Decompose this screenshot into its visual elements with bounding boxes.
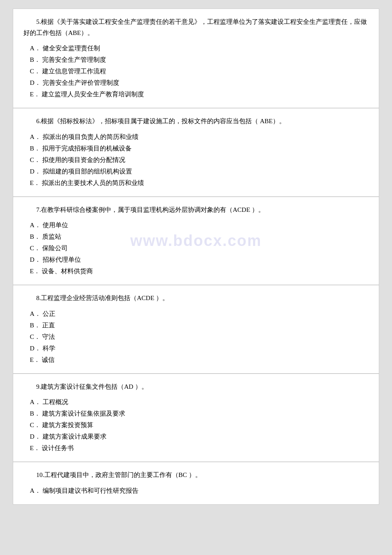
option-item-q6-3: D． 拟组建的项目部的组织机构设置 — [23, 166, 369, 177]
option-item-q6-0: A． 拟派出的项目负责人的简历和业绩 — [23, 131, 369, 143]
question-block-q6: 6.根据《招标投标法》，招标项目属于建设施工的，投标文件的内容应当包括（ ABE… — [13, 108, 379, 197]
question-block-q9: 9.建筑方案设计征集文件包括（AD ）。A． 工程概况B． 建筑方案设计征集依据… — [13, 374, 379, 462]
question-text-q10: 10.工程代建项目中，政府主管部门的主要工作有（BC ）。 — [23, 470, 369, 481]
options-q8: A． 公正B． 正直C． 守法D． 科学E． 诚信 — [23, 308, 369, 366]
question-block-q8: 8.工程监理企业经营活动准则包括（ACDE ）。A． 公正B． 正直C． 守法D… — [13, 285, 379, 374]
option-item-q9-1: B． 建筑方案设计征集依据及要求 — [23, 408, 369, 419]
options-q9: A． 工程概况B． 建筑方案设计征集依据及要求C． 建筑方案投资预算D． 建筑方… — [23, 396, 369, 454]
option-item-q5-1: B． 完善安全生产管理制度 — [23, 54, 369, 66]
option-item-q7-1: B． 质监站 — [23, 231, 369, 243]
option-item-q8-2: C． 守法 — [23, 331, 369, 343]
option-item-q9-0: A． 工程概况 — [23, 396, 369, 408]
question-block-q10: 10.工程代建项目中，政府主管部门的主要工作有（BC ）。A． 编制项目建议书和… — [13, 462, 379, 504]
option-item-q9-3: D． 建筑方案设计成果要求 — [23, 431, 369, 442]
page-container: 5.根据《关于落实建设工程安全生产监理责任的若干意见》，工程监理单位为了落实建设… — [13, 9, 379, 505]
options-q5: A． 健全安全监理责任制B． 完善安全生产管理制度C． 建立信息管理工作流程D．… — [23, 43, 369, 100]
question-text-q5: 5.根据《关于落实建设工程安全生产监理责任的若干意见》，工程监理单位为了落实建设… — [23, 17, 369, 38]
option-item-q7-2: C． 保险公司 — [23, 243, 369, 254]
option-item-q5-0: A． 健全安全监理责任制 — [23, 43, 369, 54]
option-item-q6-2: C． 拟使用的项目资金的分配情况 — [23, 154, 369, 166]
question-text-q9: 9.建筑方案设计征集文件包括（AD ）。 — [23, 382, 369, 393]
option-item-q8-1: B． 正直 — [23, 320, 369, 331]
option-item-q8-4: E． 诚信 — [23, 354, 369, 366]
option-item-q6-1: B． 拟用于完成招标项目的机械设备 — [23, 143, 369, 154]
options-q10: A． 编制项目建议书和可行性研究报告 — [23, 485, 369, 497]
option-item-q6-4: E． 拟派出的主要技术人员的简历和业绩 — [23, 177, 369, 189]
question-text-q8: 8.工程监理企业经营活动准则包括（ACDE ）。 — [23, 293, 369, 304]
option-item-q8-3: D． 科学 — [23, 343, 369, 354]
option-item-q5-2: C． 建立信息管理工作流程 — [23, 66, 369, 77]
option-item-q9-2: C． 建筑方案投资预算 — [23, 419, 369, 431]
option-item-q7-3: D． 招标代理单位 — [23, 254, 369, 266]
question-block-q7: www.bdocx.com7.在教学科研综合楼案例中，属于项目监理机构远外层协调… — [13, 197, 379, 286]
question-text-q7: 7.在教学科研综合楼案例中，属于项目监理机构远外层协调对象的有（ACDE ）。 — [23, 205, 369, 216]
question-text-q6: 6.根据《招标投标法》，招标项目属于建设施工的，投标文件的内容应当包括（ ABE… — [23, 116, 369, 127]
option-item-q7-0: A． 使用单位 — [23, 220, 369, 231]
option-item-q5-3: D． 完善安全生产评价管理制度 — [23, 77, 369, 89]
option-item-q7-4: E． 设备、材料供货商 — [23, 266, 369, 277]
options-q7: A． 使用单位B． 质监站C． 保险公司D． 招标代理单位E． 设备、材料供货商 — [23, 220, 369, 277]
question-block-q5: 5.根据《关于落实建设工程安全生产监理责任的若干意见》，工程监理单位为了落实建设… — [13, 9, 379, 108]
option-item-q10-0: A． 编制项目建议书和可行性研究报告 — [23, 485, 369, 497]
option-item-q8-0: A． 公正 — [23, 308, 369, 320]
option-item-q9-4: E． 设计任务书 — [23, 442, 369, 454]
options-q6: A． 拟派出的项目负责人的简历和业绩B． 拟用于完成招标项目的机械设备C． 拟使… — [23, 131, 369, 189]
option-item-q5-4: E． 建立监理人员安全生产教育培训制度 — [23, 89, 369, 100]
